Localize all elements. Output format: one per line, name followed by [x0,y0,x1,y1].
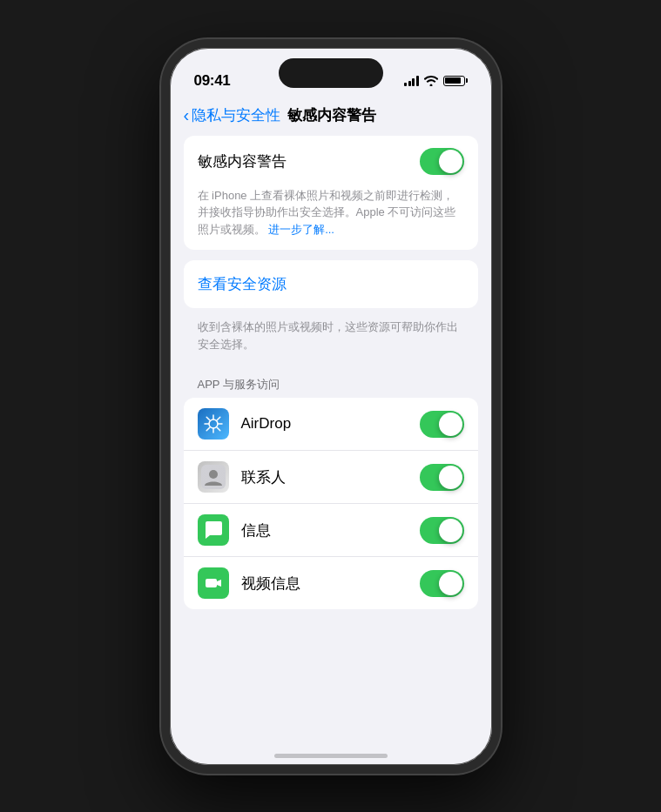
facetime-row: 视频信息 [184,557,478,609]
content-area: 敏感内容警告 在 iPhone 上查看裸体照片和视频之前即进行检测，并接收指导协… [170,136,492,757]
status-icons [404,76,468,86]
facetime-name: 视频信息 [241,574,408,594]
main-toggle-label: 敏感内容警告 [198,151,287,171]
learn-more-link[interactable]: 进一步了解... [268,223,334,236]
battery-icon [443,76,468,86]
contacts-toggle[interactable] [420,464,464,491]
sensitive-content-toggle[interactable] [420,148,464,175]
status-time: 09:41 [194,72,231,90]
airdrop-row: AirDrop [184,398,478,451]
svg-point-0 [209,419,218,428]
airdrop-toggle[interactable] [420,411,464,438]
contacts-name: 联系人 [241,467,408,487]
contacts-row: 联系人 [184,451,478,504]
main-toggle-card: 敏感内容警告 在 iPhone 上查看裸体照片和视频之前即进行检测，并接收指导协… [184,136,478,251]
airdrop-name: AirDrop [241,415,408,433]
back-button[interactable]: ‹ 隐私与安全性 [184,105,281,125]
nav-bar: ‹ 隐私与安全性 敏感内容警告 [170,98,492,136]
safety-resources-card: 查看安全资源 [184,260,478,308]
messages-toggle[interactable] [420,517,464,544]
signal-bars-icon [404,76,419,86]
back-label: 隐私与安全性 [192,105,280,125]
facetime-toggle[interactable] [420,570,464,597]
svg-point-2 [209,470,218,479]
messages-row: 信息 [184,504,478,557]
phone-frame: 09:41 ‹ 隐私与安全性 敏感内容警告 [161,39,501,774]
facetime-icon [198,567,229,599]
messages-name: 信息 [241,520,408,540]
dynamic-island [279,58,383,88]
svg-rect-4 [206,579,217,587]
messages-icon [198,514,229,546]
safety-resources-link[interactable]: 查看安全资源 [198,276,287,292]
page-title: 敏感内容警告 [287,105,376,125]
safety-description: 收到含裸体的照片或视频时，这些资源可帮助你作出安全选择。 [184,313,478,365]
app-list-card: AirDrop [184,398,478,609]
main-description: 在 iPhone 上查看裸体照片和视频之前即进行检测，并接收指导协助作出安全选择… [184,187,478,251]
sensitive-content-toggle-row: 敏感内容警告 [184,136,478,187]
home-indicator [274,754,388,758]
airdrop-icon [198,408,229,440]
safety-link-row: 查看安全资源 [184,260,478,308]
contacts-icon [198,461,229,493]
app-section-header: APP 与服务访问 [184,365,478,398]
chevron-left-icon: ‹ [184,106,190,124]
wifi-icon [424,76,438,86]
